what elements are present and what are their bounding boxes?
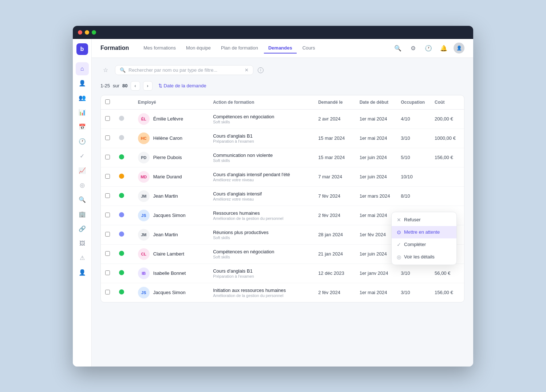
row-checkbox-1[interactable] — [105, 135, 110, 140]
action-cell-0: Compétences en négociation Soft skills — [213, 114, 309, 124]
menu-mettre-en-attente[interactable]: ⊙ Mettre en attente — [392, 226, 456, 238]
nav-mon-equipe[interactable]: Mon équipe — [182, 43, 215, 54]
completer-icon: ✓ — [397, 242, 401, 248]
table-row: MD Marie Durand Cours d'anglais intensif… — [101, 167, 464, 186]
sidebar: b ⌂ 👤 👥 📊 📅 🕐 ✓ 📈 ◎ 🔍 🏢 🔗 🖼 ⚠ 👤 — [73, 39, 92, 367]
employee-cell-5: JS Jacques Simon — [138, 210, 204, 221]
sidebar-logo: b — [76, 43, 88, 55]
row-checkbox-2[interactable] — [105, 155, 110, 159]
clear-search-icon[interactable]: ✕ — [245, 67, 249, 73]
select-all-checkbox[interactable] — [105, 99, 110, 104]
star-button[interactable]: ☆ — [100, 65, 111, 75]
table-row: PD Pierre Dubois Communication non viole… — [101, 148, 464, 167]
action-cell-5: Ressources humaines Amélioration de la g… — [213, 210, 309, 221]
page-body: ☆ 🔍 ✕ i 1-25 sur 80 ‹ › ⇅ — [92, 58, 473, 367]
employee-name-3: Marie Durand — [153, 174, 182, 179]
table-row: JS Jacques Simon Initiation aux ressourc… — [101, 283, 464, 302]
row-checkbox-4[interactable] — [105, 193, 110, 198]
sidebar-icon-analytics[interactable]: 📈 — [76, 164, 89, 177]
sidebar-icon-search[interactable]: 🔍 — [76, 193, 89, 206]
row-checkbox-7[interactable] — [105, 251, 110, 256]
menu-refuser[interactable]: ✕ Refuser — [392, 214, 456, 226]
employee-cell-8: IB Isabelle Bonnet — [138, 268, 204, 279]
sidebar-icon-link[interactable]: 🔗 — [76, 222, 89, 235]
sidebar-icon-person[interactable]: 👤 — [76, 266, 89, 279]
sort-icon: ⇅ — [158, 83, 162, 88]
search-magnifier-icon: 🔍 — [120, 67, 126, 73]
details-icon: ◎ — [397, 254, 401, 260]
action-title-2: Communication non violente — [213, 153, 309, 158]
action-sub-7: Soft skills — [213, 255, 309, 259]
nav-plan-formation[interactable]: Plan de formation — [217, 43, 262, 54]
employee-name-0: Émilie Lefèvre — [153, 116, 183, 122]
action-title-0: Compétences en négociation — [213, 114, 309, 119]
row-checkbox-8[interactable] — [105, 270, 110, 275]
row-checkbox-9[interactable] — [105, 290, 110, 294]
table-row: ÉL Émilie Lefèvre Compétences en négocia… — [101, 109, 464, 128]
debut-date-5: 1er mai 2024 — [355, 206, 397, 225]
sidebar-icon-target[interactable]: ◎ — [76, 179, 89, 192]
sidebar-icon-chart[interactable]: 📊 — [76, 106, 89, 119]
row-checkbox-6[interactable] — [105, 232, 110, 237]
nav-cours[interactable]: Cours — [298, 43, 320, 54]
nav-demandes[interactable]: Demandes — [264, 43, 297, 54]
sidebar-icon-alert[interactable]: ⚠ — [76, 252, 89, 265]
employee-avatar-2: PD — [138, 152, 150, 163]
row-checkbox-3[interactable] — [105, 174, 110, 179]
employee-cell-1: HC Hélène Caron — [138, 132, 204, 144]
pagination-label: sur — [113, 83, 119, 88]
menu-voir-details[interactable]: ◎ Voir les détails — [392, 251, 456, 263]
dot-yellow — [85, 30, 89, 35]
sidebar-icon-home[interactable]: ⌂ — [76, 62, 89, 75]
demandes-table: Employé Action de formation Demandé le D… — [101, 95, 464, 302]
employee-cell-4: JM Jean Martin — [138, 190, 204, 202]
search-input[interactable] — [128, 67, 242, 73]
employee-avatar-1: HC — [138, 132, 150, 144]
status-dot-8 — [119, 270, 124, 275]
pagination-next[interactable]: › — [143, 81, 153, 91]
action-sub-6: Soft skills — [213, 235, 309, 240]
sort-button[interactable]: ⇅ Date de la demande — [158, 83, 206, 88]
action-title-7: Compétences en négociation — [213, 249, 309, 254]
demande-date-0: 2 avr 2024 — [314, 109, 355, 128]
sidebar-icon-user[interactable]: 👤 — [76, 77, 89, 90]
employee-cell-9: JS Jacques Simon — [138, 287, 204, 298]
action-title-5: Ressources humaines — [213, 210, 309, 216]
sidebar-icon-check[interactable]: ✓ — [76, 150, 89, 163]
action-sub-4: Améliorez votre niveau — [213, 197, 309, 201]
nav-mes-formations[interactable]: Mes formations — [139, 43, 180, 54]
notification-icon[interactable]: 🔔 — [438, 43, 449, 54]
search-icon[interactable]: 🔍 — [392, 43, 403, 54]
debut-date-4: 1er mars 2024 — [355, 186, 397, 206]
debut-date-9: 1er mai 2024 — [355, 283, 397, 302]
menu-completer[interactable]: ✓ Compléter — [392, 238, 456, 251]
info-icon[interactable]: i — [258, 67, 264, 73]
employee-avatar-7: CL — [138, 248, 150, 260]
employee-cell-0: ÉL Émilie Lefèvre — [138, 113, 204, 125]
pagination-prev[interactable]: ‹ — [131, 81, 140, 91]
user-avatar[interactable]: 👤 — [454, 43, 464, 54]
action-cell-1: Cours d'anglais B1 Préparation à l'exame… — [213, 133, 309, 143]
status-dot-4 — [119, 193, 124, 198]
topnav-items: Mes formations Mon équipe Plan de format… — [139, 43, 382, 54]
sidebar-icon-image[interactable]: 🖼 — [76, 237, 89, 250]
sidebar-icon-building[interactable]: 🏢 — [76, 208, 89, 221]
row-checkbox-0[interactable] — [105, 116, 110, 121]
status-dot-1 — [119, 135, 124, 140]
row-checkbox-5[interactable] — [105, 213, 110, 217]
occupation-8: 3/10 — [396, 264, 430, 283]
sidebar-icon-clock[interactable]: 🕐 — [76, 135, 89, 148]
clock-icon[interactable]: 🕐 — [423, 43, 434, 54]
table-row: IB Isabelle Bonnet Cours d'anglais B1 Pr… — [101, 264, 464, 283]
debut-date-2: 1er juin 2024 — [355, 148, 397, 167]
employee-avatar-5: JS — [138, 210, 150, 221]
action-cell-9: Initiation aux ressources humaines Améli… — [213, 288, 309, 298]
action-cell-2: Communication non violente Soft skills — [213, 153, 309, 163]
action-title-9: Initiation aux ressources humaines — [213, 288, 309, 293]
demande-date-3: 7 mar 2024 — [314, 167, 355, 186]
table-container: Employé Action de formation Demandé le D… — [100, 95, 464, 302]
settings-icon[interactable]: ⚙ — [408, 43, 419, 54]
employee-name-1: Hélène Caron — [153, 135, 182, 141]
sidebar-icon-calendar[interactable]: 📅 — [76, 120, 89, 134]
sidebar-icon-team[interactable]: 👥 — [76, 91, 89, 104]
